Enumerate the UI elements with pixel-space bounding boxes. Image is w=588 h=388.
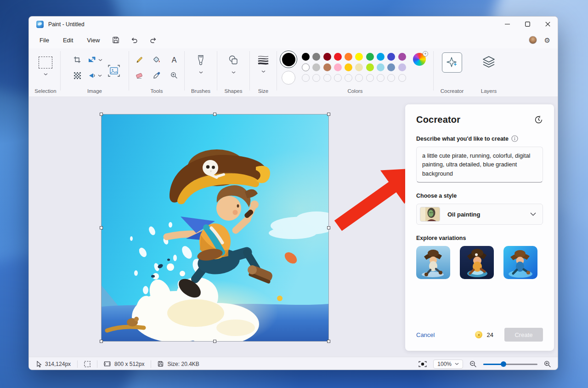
brushes-button[interactable] — [197, 55, 204, 66]
chevron-down-icon[interactable] — [261, 70, 266, 73]
shapes-group-label: Shapes — [224, 88, 242, 94]
resize-button[interactable] — [88, 57, 102, 63]
create-button[interactable]: Create — [504, 328, 543, 342]
undo-button[interactable] — [125, 34, 144, 46]
describe-label: Describe what you'd like to create — [416, 136, 509, 142]
foreground-color-swatch[interactable] — [280, 51, 297, 68]
maximize-button[interactable] — [517, 17, 537, 32]
color-swatch[interactable] — [366, 53, 374, 61]
empty-color-slot[interactable] — [366, 74, 374, 82]
style-dropdown[interactable]: Oil painting — [416, 204, 543, 225]
color-swatch[interactable] — [355, 53, 363, 61]
empty-color-slot[interactable] — [302, 74, 310, 82]
menu-view[interactable]: View — [80, 34, 107, 46]
color-swatch[interactable] — [312, 63, 320, 71]
layers-button[interactable] — [482, 56, 496, 68]
minimize-icon — [505, 22, 510, 27]
ribbon-toolbar: Selection — [29, 48, 558, 97]
color-swatch[interactable] — [387, 63, 395, 71]
text-tool[interactable]: A — [170, 56, 178, 63]
selection-handle-nw[interactable] — [100, 113, 103, 116]
chevron-down-icon[interactable] — [199, 71, 203, 74]
zoom-level-dropdown[interactable]: 100% — [433, 359, 463, 369]
color-swatch[interactable] — [345, 53, 352, 61]
redo-button[interactable] — [144, 34, 163, 46]
magnifier-tool[interactable] — [170, 72, 178, 79]
shapes-button[interactable] — [228, 55, 239, 66]
empty-color-slot[interactable] — [334, 74, 342, 82]
minimize-button[interactable] — [497, 17, 517, 32]
close-button[interactable] — [537, 17, 558, 32]
selection-handle-n[interactable] — [213, 113, 216, 116]
pencil-tool[interactable] — [136, 56, 143, 64]
selection-handle-w[interactable] — [100, 226, 103, 229]
chevron-down-icon[interactable] — [232, 71, 236, 74]
desktop-wallpaper: Paint - Untitled File Edit View — [0, 0, 588, 388]
selection-handle-sw[interactable] — [100, 340, 103, 343]
menu-file[interactable]: File — [33, 34, 56, 46]
cancel-button[interactable]: Cancel — [416, 331, 435, 338]
fill-tool[interactable] — [153, 56, 161, 64]
color-swatch[interactable] — [398, 63, 406, 71]
color-swatch[interactable] — [323, 53, 331, 61]
cocreator-group-label: Cocreator — [441, 88, 464, 94]
variation-thumbnail-1[interactable] — [416, 246, 450, 279]
empty-color-slot[interactable] — [323, 74, 331, 82]
save-button[interactable] — [107, 34, 125, 46]
selection-group: Selection — [31, 48, 60, 97]
color-picker-tool[interactable] — [153, 72, 160, 79]
variation-thumbnail-3[interactable] — [503, 246, 537, 279]
transparency-button[interactable] — [74, 72, 81, 79]
selection-handle-e[interactable] — [327, 226, 330, 229]
layers-group-label: Layers — [481, 88, 497, 94]
color-swatch[interactable] — [334, 63, 342, 71]
selection-handle-s[interactable] — [213, 340, 216, 343]
color-swatch[interactable] — [377, 53, 384, 61]
rotate-button[interactable] — [89, 73, 102, 79]
color-swatch[interactable] — [334, 53, 342, 61]
menu-edit[interactable]: Edit — [56, 34, 80, 46]
selection-tool-icon[interactable] — [39, 57, 52, 68]
color-swatch[interactable] — [355, 63, 363, 71]
color-swatch[interactable] — [345, 63, 352, 71]
color-swatch[interactable] — [302, 63, 310, 71]
empty-color-slot[interactable] — [398, 74, 406, 82]
selection-handle-ne[interactable] — [327, 113, 330, 116]
empty-color-slot[interactable] — [345, 74, 352, 82]
eraser-tool[interactable] — [135, 72, 143, 79]
variation-thumbnail-2[interactable] — [460, 246, 494, 279]
zoom-slider-thumb[interactable] — [501, 361, 506, 367]
color-swatch[interactable] — [377, 63, 384, 71]
empty-color-slot[interactable] — [387, 74, 395, 82]
zoom-in-icon[interactable] — [544, 360, 551, 368]
tools-group: A — [129, 48, 184, 97]
fit-to-screen-icon[interactable] — [418, 361, 427, 367]
image-properties-button[interactable] — [108, 65, 120, 77]
selection-handle-se[interactable] — [327, 340, 330, 343]
empty-color-slot[interactable] — [355, 74, 363, 82]
edit-colors-button[interactable]: + — [413, 53, 427, 67]
color-swatch[interactable] — [398, 53, 406, 61]
account-avatar[interactable] — [529, 36, 537, 44]
info-icon[interactable] — [511, 135, 518, 142]
color-swatch[interactable] — [312, 53, 320, 61]
zoom-out-icon[interactable] — [469, 360, 477, 368]
canvas-image[interactable] — [102, 114, 328, 341]
empty-color-slot[interactable] — [377, 74, 384, 82]
color-swatch[interactable] — [366, 63, 374, 71]
background-color-swatch[interactable] — [282, 71, 295, 85]
cocreator-button[interactable] — [442, 52, 462, 73]
layers-icon — [482, 56, 496, 68]
crop-button[interactable] — [74, 56, 81, 63]
empty-color-slot[interactable] — [312, 74, 320, 82]
size-button[interactable] — [257, 55, 269, 65]
colors-group: + Colors — [277, 48, 433, 97]
color-swatch[interactable] — [387, 53, 395, 61]
color-swatch[interactable] — [323, 63, 331, 71]
history-icon[interactable] — [534, 115, 543, 124]
prompt-textarea[interactable]: a little cute pirate, running, colorful,… — [416, 147, 543, 183]
color-swatch[interactable] — [302, 53, 310, 61]
zoom-slider[interactable] — [483, 361, 537, 367]
chevron-down-icon[interactable] — [44, 73, 48, 75]
settings-gear-icon[interactable]: ⚙ — [544, 37, 550, 44]
